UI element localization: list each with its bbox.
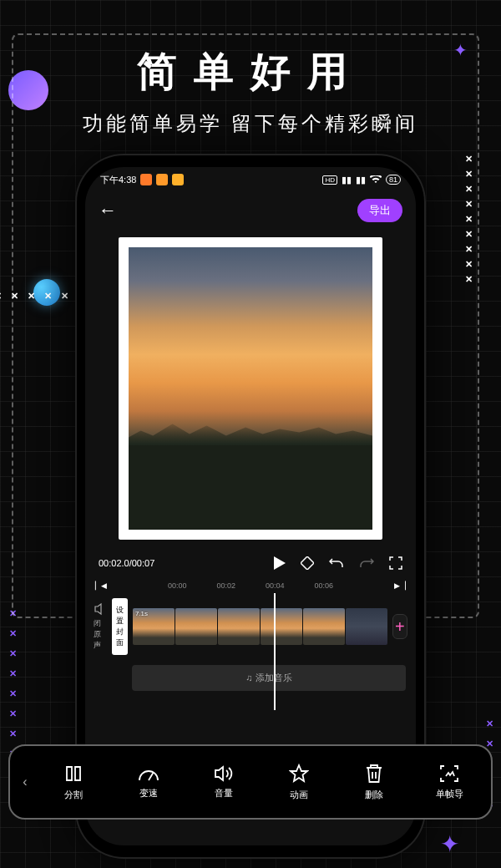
edit-toolbar: ‹ 分割 变速 音量 动画 删除 单帧导 (8, 744, 493, 820)
hero-subtitle: 功能简单易学 留下每个精彩瞬间 (0, 110, 501, 137)
gauge-icon (138, 765, 159, 782)
video-preview[interactable] (119, 237, 382, 540)
fullscreen-button[interactable] (389, 556, 402, 570)
play-button[interactable] (274, 556, 286, 570)
clip-track[interactable]: 7.1s (133, 608, 387, 645)
frame-export-tool[interactable]: 单帧导 (412, 764, 486, 800)
clip-thumbnail[interactable] (346, 608, 387, 645)
redo-button[interactable] (359, 557, 374, 569)
volume-tool[interactable]: 音量 (187, 765, 261, 799)
volume-icon (214, 765, 234, 782)
clip-thumbnail[interactable] (218, 608, 260, 645)
hero-title: 简单好用 (0, 45, 501, 99)
export-button[interactable]: 导出 (357, 199, 402, 222)
animation-tool[interactable]: 动画 (262, 764, 336, 801)
clip-thumbnail[interactable]: 7.1s (133, 608, 175, 645)
mute-icon[interactable] (94, 602, 107, 616)
set-cover-button[interactable]: 设置封面 (112, 598, 128, 655)
signal-icon: ▮▮ (356, 175, 366, 185)
hd-icon: HD (322, 175, 337, 185)
add-clip-button[interactable]: + (392, 614, 407, 639)
diamond-icon[interactable] (301, 556, 314, 570)
time-tick: 00:06 (315, 581, 334, 590)
signal-icon: ▮▮ (342, 175, 352, 185)
timeline-start-button[interactable]: ▏◀ (95, 581, 107, 590)
speed-tool[interactable]: 变速 (112, 765, 185, 799)
mute-label: 闭原声 (94, 618, 107, 651)
star-icon (289, 764, 309, 784)
preview-image (129, 247, 372, 530)
clip-thumbnail[interactable] (261, 608, 302, 645)
trash-icon (365, 764, 383, 784)
time-tick: 00:04 (266, 581, 285, 590)
clip-thumbnail[interactable] (175, 608, 217, 645)
toolbar-back-button[interactable]: ‹ (15, 774, 35, 789)
split-icon (63, 764, 84, 784)
timeline-end-button[interactable]: ▶▕ (394, 581, 406, 590)
split-tool[interactable]: 分割 (37, 764, 110, 801)
app-icon (172, 174, 184, 185)
undo-button[interactable] (329, 557, 344, 569)
app-icon (140, 174, 152, 185)
app-icon (156, 174, 168, 185)
sparkle-icon: ✦ (440, 830, 459, 858)
time-tick: 00:00 (168, 581, 187, 590)
time-tick: 00:02 (216, 581, 235, 590)
status-bar: 下午4:38 HD ▮▮ ▮▮ 81 (85, 167, 416, 192)
add-music-button[interactable]: ♫ 添加音乐 (132, 665, 406, 691)
status-time: 下午4:38 (100, 174, 136, 186)
delete-tool[interactable]: 删除 (337, 764, 411, 801)
clip-thumbnail[interactable] (303, 608, 345, 645)
playhead[interactable] (274, 593, 276, 710)
battery-icon: 81 (386, 175, 401, 185)
playback-time: 00:02.0/00:07 (99, 558, 154, 568)
back-button[interactable]: ← (99, 200, 117, 221)
wifi-icon (370, 175, 382, 184)
frame-icon (439, 764, 459, 783)
